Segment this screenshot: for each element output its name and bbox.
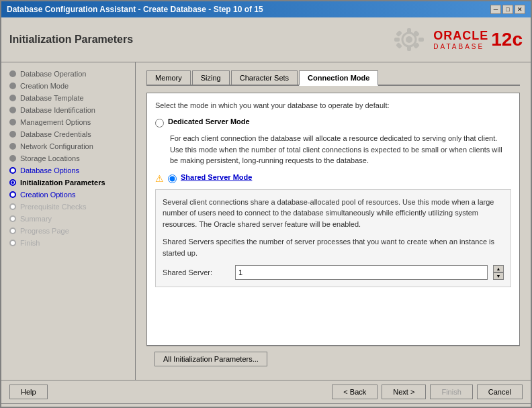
sidebar-dot-database-operation xyxy=(9,70,16,77)
shared-server-option[interactable]: ⚠ Shared Server Mode xyxy=(155,173,511,184)
sidebar-dot-progress-page xyxy=(9,227,16,234)
sidebar-dot-management-options xyxy=(9,119,16,125)
sidebar-label-progress-page: Progress Page xyxy=(20,227,69,235)
oracle-sub-text: DATABASE xyxy=(433,43,488,50)
sidebar: Database OperationCreation ModeDatabase … xyxy=(1,62,136,380)
sidebar-label-initialization-parameters[interactable]: Initialization Parameters xyxy=(20,178,105,187)
sidebar-label-management-options: Management Options xyxy=(20,118,91,126)
warning-icon: ⚠ xyxy=(155,173,164,184)
minimize-button[interactable]: ─ xyxy=(490,5,501,14)
header-area: Initialization Parameters ORACLE xyxy=(1,17,531,62)
finish-button[interactable]: Finish xyxy=(430,385,472,399)
shared-server-section: Several client connections share a datab… xyxy=(155,189,511,288)
dedicated-server-option[interactable]: Dedicated Server Mode xyxy=(155,117,511,128)
sidebar-label-storage-locations: Storage Locations xyxy=(20,154,80,162)
sidebar-item-creation-mode: Creation Mode xyxy=(1,80,135,92)
dedicated-server-desc: For each client connection the database … xyxy=(170,133,511,166)
status-bar xyxy=(1,403,531,407)
sidebar-dot-database-template xyxy=(9,95,16,101)
sidebar-dot-prerequisite-checks xyxy=(9,203,16,210)
sidebar-label-creation-mode: Creation Mode xyxy=(20,82,69,90)
shared-server-label[interactable]: Shared Server Mode xyxy=(181,173,252,181)
sidebar-dot-initialization-parameters xyxy=(9,179,16,186)
maximize-button[interactable]: □ xyxy=(502,5,513,14)
sidebar-dot-database-options xyxy=(9,167,16,174)
sidebar-item-database-options[interactable]: Database Options xyxy=(1,164,135,176)
main-window: Database Configuration Assistant - Creat… xyxy=(0,0,532,408)
sidebar-label-database-credentials: Database Credentials xyxy=(20,130,91,138)
sidebar-dot-finish xyxy=(9,240,16,246)
tab-character-sets[interactable]: Character Sets xyxy=(231,70,298,85)
bottom-bar: Help < Back Next > Finish Cancel xyxy=(1,380,531,403)
sidebar-label-database-template: Database Template xyxy=(20,94,84,102)
sidebar-item-summary: Summary xyxy=(1,213,135,225)
sidebar-item-storage-locations: Storage Locations xyxy=(1,152,135,164)
dedicated-server-label[interactable]: Dedicated Server Mode xyxy=(168,117,250,125)
spinner-wrapper: ▲ ▼ xyxy=(493,265,504,280)
window-title: Database Configuration Assistant - Creat… xyxy=(7,5,263,14)
sidebar-item-database-credentials: Database Credentials xyxy=(1,128,135,140)
svg-rect-6 xyxy=(396,30,402,37)
shared-server-input[interactable] xyxy=(235,265,488,280)
oracle-brand-text: ORACLE xyxy=(433,29,488,43)
oracle-logo: ORACLE DATABASE 12c xyxy=(433,29,523,50)
sidebar-item-database-template: Database Template xyxy=(1,92,135,104)
page-title: Initialization Parameters xyxy=(9,34,133,46)
instruction-text: Select the mode in which you want your d… xyxy=(155,101,511,109)
sidebar-dot-database-credentials xyxy=(9,131,16,138)
tab-content-connection-mode: Select the mode in which you want your d… xyxy=(146,93,520,346)
shared-server-field-label: Shared Server: xyxy=(163,268,230,276)
sidebar-dot-database-identification xyxy=(9,107,16,113)
all-init-params-button[interactable]: All Initialization Parameters... xyxy=(154,352,267,366)
svg-point-1 xyxy=(406,36,412,43)
cancel-button[interactable]: Cancel xyxy=(477,385,523,399)
shared-server-desc1: Several client connections share a datab… xyxy=(163,197,504,230)
help-button[interactable]: Help xyxy=(9,385,48,399)
sidebar-label-finish: Finish xyxy=(20,239,40,247)
sidebar-item-network-configuration: Network Configuration xyxy=(1,140,135,152)
sidebar-dot-storage-locations xyxy=(9,155,16,162)
title-bar: Database Configuration Assistant - Creat… xyxy=(1,1,531,17)
next-button[interactable]: Next > xyxy=(382,385,426,399)
sidebar-label-summary: Summary xyxy=(20,215,52,223)
dedicated-server-radio[interactable] xyxy=(155,119,164,128)
sidebar-label-prerequisite-checks: Prerequisite Checks xyxy=(20,203,86,211)
sidebar-dot-creation-options xyxy=(9,191,16,198)
close-button[interactable]: ✕ xyxy=(515,5,525,14)
content-area: Memory Sizing Character Sets Connection … xyxy=(136,62,531,380)
sidebar-label-creation-options[interactable]: Creation Options xyxy=(20,191,76,199)
oracle-version-text: 12c xyxy=(491,30,523,49)
sidebar-item-database-identification: Database Identification xyxy=(1,104,135,116)
sidebar-label-network-configuration: Network Configuration xyxy=(20,142,93,150)
sidebar-item-finish: Finish xyxy=(1,237,135,249)
sidebar-item-database-operation: Database Operation xyxy=(1,68,135,80)
shared-server-desc2: Shared Servers specifies the number of s… xyxy=(163,236,504,258)
sidebar-item-progress-page: Progress Page xyxy=(1,225,135,237)
body-area: Database OperationCreation ModeDatabase … xyxy=(1,62,531,380)
svg-rect-2 xyxy=(407,28,411,34)
tab-sizing[interactable]: Sizing xyxy=(192,70,230,85)
tab-memory[interactable]: Memory xyxy=(146,70,191,85)
sidebar-label-database-options[interactable]: Database Options xyxy=(20,166,79,174)
shared-server-field: Shared Server: ▲ ▼ xyxy=(163,265,504,280)
sidebar-item-creation-options[interactable]: Creation Options xyxy=(1,189,135,201)
tabs-container: Memory Sizing Character Sets Connection … xyxy=(146,70,520,86)
svg-rect-8 xyxy=(396,42,402,49)
sidebar-label-database-identification: Database Identification xyxy=(20,106,95,114)
sidebar-dot-summary xyxy=(9,215,16,222)
nav-buttons: < Back Next > Finish Cancel xyxy=(332,385,523,399)
sidebar-item-management-options: Management Options xyxy=(1,116,135,128)
back-button[interactable]: < Back xyxy=(332,385,378,399)
svg-rect-5 xyxy=(418,38,424,42)
svg-rect-3 xyxy=(407,46,411,51)
footer-area: All Initialization Parameters... xyxy=(146,346,520,372)
sidebar-item-initialization-parameters[interactable]: Initialization Parameters xyxy=(1,176,135,189)
tab-connection-mode[interactable]: Connection Mode xyxy=(299,70,378,86)
shared-server-radio[interactable] xyxy=(168,174,177,183)
sidebar-item-prerequisite-checks: Prerequisite Checks xyxy=(1,201,135,213)
title-bar-buttons: ─ □ ✕ xyxy=(490,5,525,14)
sidebar-dot-creation-mode xyxy=(9,83,16,89)
spinner-up-button[interactable]: ▲ xyxy=(493,265,504,272)
spinner-down-button[interactable]: ▼ xyxy=(493,272,504,280)
svg-rect-4 xyxy=(394,38,400,42)
